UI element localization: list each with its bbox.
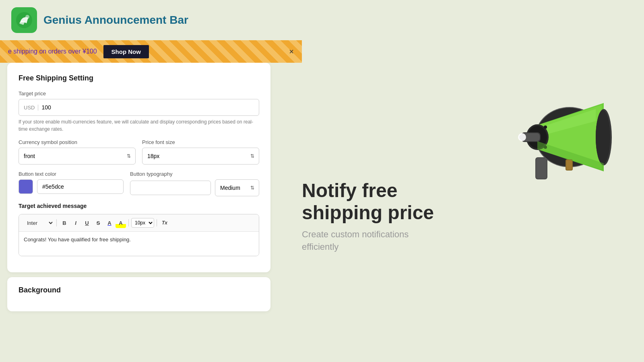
svg-point-13 [519, 134, 525, 140]
background-card: Background [7, 277, 270, 311]
currency-symbol-group: Currency symbol position front back ⇅ [19, 139, 136, 165]
hint-text: If your store enable multi-currencies fe… [19, 118, 259, 133]
left-panel: Free Shipping Setting Target price USD I… [0, 63, 278, 319]
target-message-label: Target achieved message [19, 203, 259, 209]
button-text-color-label: Button text color [19, 171, 124, 177]
announcement-text: e shipping on orders over ¥100 [8, 48, 97, 55]
promo-subtext-line2: efficiently [302, 242, 339, 252]
price-font-size-select-wrapper: 10px 12px 14px 16px 18px 20px 24px ⇅ [142, 148, 259, 165]
svg-point-16 [544, 125, 547, 129]
target-price-input[interactable] [41, 104, 254, 111]
settings-title: Free Shipping Setting [19, 74, 259, 82]
color-text-input[interactable] [37, 179, 124, 194]
svg-rect-15 [566, 160, 572, 170]
main-layout: Free Shipping Setting Target price USD I… [0, 63, 644, 319]
currency-symbol-select-wrapper: front back ⇅ [19, 148, 136, 165]
promo-heading: Notify free shipping price [302, 179, 434, 224]
promo-text-block: Notify free shipping price Create custom… [302, 179, 434, 253]
app-title: Genius Announcement Bar [43, 14, 188, 27]
promo-subtext-line1: Create custom notifications [302, 229, 409, 239]
font-size-select[interactable]: 8px 10px 12px 14px [131, 218, 154, 228]
typography-weight-select[interactable]: Light Regular Medium Bold [215, 179, 259, 196]
target-price-label: Target price [19, 90, 259, 97]
underline-button[interactable]: U [82, 218, 92, 228]
editor-toolbar: Inter Arial Georgia B I U S A A 8p [19, 214, 259, 232]
svg-point-1 [25, 15, 29, 19]
currency-and-fontsize-row: Currency symbol position front back ⇅ Pr… [19, 139, 259, 165]
currency-prefix: USD [24, 105, 38, 111]
italic-button[interactable]: I [70, 218, 81, 228]
price-font-size-select[interactable]: 10px 12px 14px 16px 18px 20px 24px [142, 148, 259, 165]
target-price-input-wrapper: USD [19, 99, 259, 116]
typography-weight-select-wrapper: Light Regular Medium Bold ⇅ [215, 179, 259, 196]
toolbar-divider-1 [56, 219, 57, 226]
highlight-button[interactable]: A [116, 218, 126, 228]
editor-wrapper: Inter Arial Georgia B I U S A A 8p [19, 214, 259, 256]
background-title: Background [19, 286, 259, 294]
shop-now-button[interactable]: Shop Now [103, 45, 149, 58]
logo-icon [11, 7, 37, 33]
right-panel: Notify free shipping price Create custom… [278, 63, 644, 319]
button-color-typography-row: Button text color Button typography Ligh… [19, 171, 259, 196]
svg-rect-3 [536, 158, 547, 179]
promo-subtext: Create custom notifications efficiently [302, 228, 434, 253]
toolbar-divider-2 [128, 219, 129, 226]
toolbar-divider-3 [157, 219, 157, 226]
megaphone-illustration [499, 79, 612, 191]
target-message-group: Target achieved message Inter Arial Geor… [19, 203, 259, 256]
typography-row: Light Regular Medium Bold ⇅ [130, 179, 259, 196]
currency-symbol-label: Currency symbol position [19, 139, 136, 145]
button-typography-group: Button typography Light Regular Medium B… [130, 171, 259, 196]
editor-content[interactable]: Congrats! You have qualified for free sh… [19, 232, 259, 256]
target-price-group: Target price USD If your store enable mu… [19, 90, 259, 133]
text-color-button[interactable]: A [104, 218, 115, 228]
bold-button[interactable]: B [59, 218, 70, 228]
strikethrough-button[interactable]: S [93, 218, 103, 228]
font-family-select[interactable]: Inter Arial Georgia [24, 219, 54, 227]
close-announcement-button[interactable]: × [289, 47, 294, 56]
button-typography-label: Button typography [130, 171, 259, 177]
color-swatch[interactable] [19, 179, 33, 194]
header: Genius Announcement Bar [0, 0, 644, 40]
promo-heading-line2: shipping price [302, 202, 434, 223]
typography-font-input[interactable] [130, 181, 211, 195]
svg-point-9 [596, 110, 610, 164]
currency-symbol-select[interactable]: front back [19, 148, 136, 165]
button-text-color-group: Button text color [19, 171, 124, 196]
promo-heading-line1: Notify free [302, 180, 397, 201]
announcement-bar-preview: e shipping on orders over ¥100 Shop Now … [0, 40, 302, 63]
color-row [19, 179, 124, 194]
clear-format-button[interactable]: Tx [159, 218, 170, 228]
price-font-size-label: Price font size [142, 139, 259, 145]
price-font-size-group: Price font size 10px 12px 14px 16px 18px… [142, 139, 259, 165]
settings-card: Free Shipping Setting Target price USD I… [7, 63, 270, 272]
